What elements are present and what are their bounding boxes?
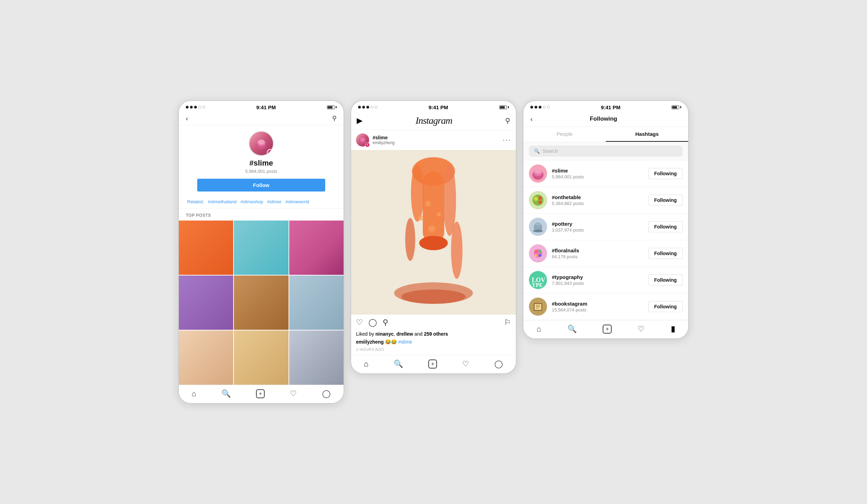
nav-home-3[interactable]: ⌂ xyxy=(537,325,541,334)
comment-icon[interactable]: ◯ xyxy=(368,318,377,327)
ht-name-onthetable: #onthetable xyxy=(552,194,644,200)
send-icon[interactable]: ⚲ xyxy=(332,114,337,122)
nav-add-3[interactable]: + xyxy=(603,325,611,334)
post-likes: Liked by ninanyc, drellew and 259 others xyxy=(351,330,516,338)
top-posts-label: TOP POSTS xyxy=(179,209,344,221)
nav-add[interactable]: + xyxy=(256,389,265,398)
related-tag-2[interactable]: #slimeshop xyxy=(239,199,263,204)
post-avatar[interactable]: # xyxy=(356,133,369,147)
ht-avatar-onthetable[interactable] xyxy=(529,191,547,209)
ht-name-floralnails: #floralnails xyxy=(552,248,644,253)
feed-header: ▶ Instagram ⚲ xyxy=(351,112,516,130)
grid-cell-4[interactable] xyxy=(179,276,233,330)
nav-add-2[interactable]: + xyxy=(428,360,437,368)
share-icon[interactable]: ⚲ xyxy=(383,318,388,327)
following-btn-bookstagram[interactable]: Following xyxy=(648,301,683,312)
ht-avatar-floralnails[interactable] xyxy=(529,244,547,262)
post-caption: emiilyzheng 😂😂 #slime xyxy=(351,338,516,347)
like-icon[interactable]: ♡ xyxy=(356,318,363,327)
svg-point-15 xyxy=(405,218,415,261)
save-icon[interactable]: ⚐ xyxy=(504,318,511,327)
slime-svg xyxy=(351,150,516,315)
caption-emoji: 😂😂 xyxy=(385,339,398,345)
ht-avatar-pottery[interactable] xyxy=(529,218,547,236)
svg-point-36 xyxy=(539,254,541,257)
battery-fill-3 xyxy=(672,106,677,109)
bottom-nav-2: ⌂ 🔍 + ♡ ◯ xyxy=(351,355,516,373)
battery-body-3 xyxy=(672,105,679,109)
nav-heart-3[interactable]: ♡ xyxy=(638,325,645,334)
ht-avatar-book-graphic xyxy=(529,298,547,316)
grid-cell-1[interactable] xyxy=(179,221,233,275)
ht-posts-floralnails: 84,178 posts xyxy=(552,254,644,259)
battery-cap-2 xyxy=(508,106,509,108)
svg-point-27 xyxy=(538,200,542,204)
ht-info-floralnails: #floralnails 84,178 posts xyxy=(552,248,644,259)
ht-name-slime: #slime xyxy=(552,168,644,174)
grid-cell-7[interactable] xyxy=(179,330,233,385)
following-btn-slime[interactable]: Following xyxy=(648,168,683,179)
nav-home[interactable]: ⌂ xyxy=(192,389,196,398)
caption-hashtag[interactable]: #slime xyxy=(398,339,412,345)
battery-cap-3 xyxy=(680,106,681,108)
svg-rect-7 xyxy=(423,171,444,243)
s3-dot3 xyxy=(539,106,541,109)
post-actions: ♡ ◯ ⚲ ⚐ xyxy=(351,315,516,330)
grid-cell-5[interactable] xyxy=(234,276,288,330)
grid-cell-2[interactable] xyxy=(234,221,288,275)
svg-point-18 xyxy=(401,289,466,304)
send-icon-2[interactable]: ⚲ xyxy=(505,116,510,125)
svg-point-26 xyxy=(538,196,542,200)
post-usernames: #slime emiilyzheng xyxy=(373,135,394,145)
s2-dot3 xyxy=(366,106,369,109)
related-tag-1[interactable]: #slimethailand xyxy=(207,199,237,204)
nav-home-2[interactable]: ⌂ xyxy=(364,360,368,368)
nav-search[interactable]: 🔍 xyxy=(221,389,231,398)
following-btn-floralnails[interactable]: Following xyxy=(648,248,683,259)
ht-info-typography: #typography 7,901,843 posts xyxy=(552,274,644,286)
nav-profile[interactable]: ◯ xyxy=(322,389,331,398)
nav-heart[interactable]: ♡ xyxy=(290,389,297,398)
hashtag-posts: 5,984,001 posts xyxy=(245,169,277,174)
back-button-3[interactable]: ‹ xyxy=(530,115,533,123)
tabs-container: People Hashtags xyxy=(523,127,688,142)
ht-avatar-slime[interactable] xyxy=(529,165,547,183)
grid-cell-8[interactable] xyxy=(234,330,288,385)
tab-hashtags[interactable]: Hashtags xyxy=(606,127,688,142)
post-more-button[interactable]: ··· xyxy=(503,136,511,144)
bottom-nav-1: ⌂ 🔍 + ♡ ◯ xyxy=(179,385,344,403)
caption-username[interactable]: emiilyzheng xyxy=(356,339,384,345)
s2-dot4 xyxy=(371,106,373,109)
signal-dots xyxy=(186,106,205,109)
search-bar[interactable]: 🔍 Search xyxy=(529,146,683,157)
post-sub-username[interactable]: emiilyzheng xyxy=(373,140,394,145)
ht-posts-typography: 7,901,843 posts xyxy=(552,281,644,286)
battery-1 xyxy=(327,105,337,109)
status-time-3: 9:41 PM xyxy=(601,104,621,110)
battery-fill xyxy=(328,106,332,109)
nav-heart-2[interactable]: ♡ xyxy=(462,360,469,368)
grid-cell-3[interactable] xyxy=(289,221,344,275)
post-username[interactable]: #slime xyxy=(373,135,394,140)
following-btn-onthetable[interactable]: Following xyxy=(648,195,683,206)
tab-people[interactable]: People xyxy=(523,127,606,142)
grid-cell-9[interactable] xyxy=(289,330,344,385)
follow-button[interactable]: Follow xyxy=(197,179,326,192)
following-btn-pottery[interactable]: Following xyxy=(648,221,683,232)
nav-profile-2[interactable]: ◯ xyxy=(494,360,503,368)
camera-icon[interactable]: ▶ xyxy=(357,116,363,125)
battery-cap xyxy=(336,106,337,108)
hashtag-item-slime: #slime 5,984,001 posts Following xyxy=(523,160,688,187)
related-tag-3[interactable]: #slimer xyxy=(266,199,282,204)
grid-cell-6[interactable] xyxy=(289,276,344,330)
back-button[interactable]: ‹ xyxy=(186,114,188,122)
following-btn-typography[interactable]: Following xyxy=(648,274,683,286)
nav-search-2[interactable]: 🔍 xyxy=(394,360,403,368)
nav-search-3[interactable]: 🔍 xyxy=(567,325,577,334)
post-image[interactable] xyxy=(351,150,516,315)
battery-fill-2 xyxy=(500,106,505,109)
nav-profile-3[interactable]: ▮ xyxy=(671,325,675,334)
ht-avatar-bookstagram[interactable] xyxy=(529,298,547,316)
ht-avatar-typography[interactable]: LOV YPE xyxy=(529,271,547,289)
related-tag-4[interactable]: #slimeworld xyxy=(284,199,309,204)
